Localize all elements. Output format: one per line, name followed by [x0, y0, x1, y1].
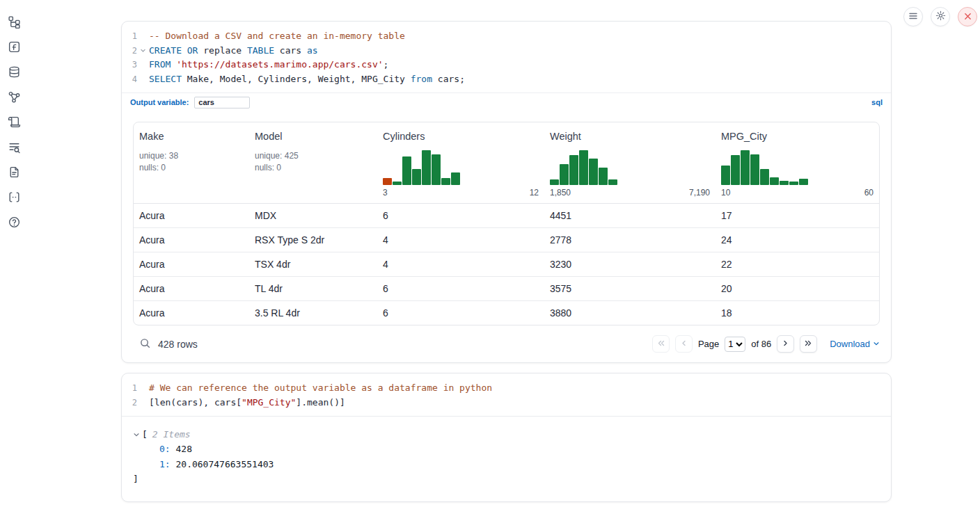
- code-text: SELECT Make, Model, Cylinders, Weight, M…: [149, 72, 891, 87]
- download-button[interactable]: Download: [830, 339, 880, 349]
- column-header-mpg_city[interactable]: MPG_City1060: [716, 122, 879, 203]
- menu-button[interactable]: [903, 7, 923, 26]
- histogram-bar[interactable]: [422, 150, 431, 185]
- histogram-bar[interactable]: [780, 181, 789, 185]
- histogram-bar[interactable]: [441, 178, 450, 185]
- fold-chevron-icon[interactable]: [137, 44, 149, 58]
- table-cell: TSX 4dr: [249, 252, 377, 276]
- histogram-min: 1,850: [550, 188, 571, 198]
- variables-panel-button[interactable]: [8, 191, 21, 204]
- cell-output: [ 2 Items 0: 4281: 20.060747663551403 ]: [122, 416, 891, 501]
- table-cell: Acura: [134, 301, 249, 325]
- line-number: 1: [122, 29, 137, 44]
- output-variable-input[interactable]: [194, 97, 250, 108]
- line-number: 1: [122, 381, 137, 396]
- histogram-bar[interactable]: [599, 168, 608, 185]
- snippets-panel-button[interactable]: [8, 166, 21, 179]
- column-header-weight[interactable]: Weight1,8507,190: [544, 122, 716, 203]
- column-header-make[interactable]: Makeunique: 38nulls: 0: [134, 122, 249, 203]
- fold-spacer: [137, 58, 149, 72]
- close-icon: [964, 12, 972, 22]
- histogram-bar[interactable]: [550, 179, 559, 185]
- line-number: 3: [122, 58, 137, 72]
- table-cell: 4: [377, 228, 544, 252]
- table-row[interactable]: AcuraTSX 4dr4323022: [134, 252, 879, 276]
- variables-icon: [8, 191, 21, 206]
- table-cell: TL 4dr: [249, 277, 377, 300]
- histogram-bar[interactable]: [608, 179, 617, 185]
- next-page-button[interactable]: [777, 335, 794, 353]
- table-header: Makeunique: 38nulls: 0Modelunique: 425nu…: [134, 122, 879, 204]
- tree-entry: 0: 428: [133, 442, 880, 457]
- code-line: 3FROM 'https://datasets.marimo.app/cars.…: [122, 58, 891, 72]
- dependency-graph-icon: [8, 90, 21, 106]
- prev-page-button[interactable]: [675, 335, 693, 353]
- python-code-editor[interactable]: 1# We can reference the output variable …: [122, 373, 891, 416]
- file-explorer-panel-button[interactable]: [8, 16, 21, 29]
- column-header-model[interactable]: Modelunique: 425nulls: 0: [249, 122, 377, 203]
- histogram-bar[interactable]: [383, 178, 392, 185]
- histogram-bar[interactable]: [579, 150, 588, 185]
- settings-button[interactable]: [931, 7, 950, 26]
- datasources-panel-button[interactable]: [8, 66, 21, 79]
- histogram-bar[interactable]: [731, 155, 740, 185]
- tree-entry-value: 428: [171, 444, 192, 454]
- column-histogram: 1,8507,190: [550, 149, 710, 198]
- table-row[interactable]: AcuraTL 4dr6357520: [134, 276, 879, 300]
- sql-code-editor[interactable]: 1-- Download a CSV and create an in-memo…: [122, 22, 891, 92]
- table-row[interactable]: AcuraRSX Type S 2dr4277824: [134, 227, 879, 252]
- column-stat: nulls: 0: [255, 163, 372, 172]
- table-cell: 6: [377, 277, 544, 300]
- data-table: Makeunique: 38nulls: 0Modelunique: 425nu…: [133, 122, 880, 325]
- histogram-bar[interactable]: [721, 166, 730, 185]
- histogram-bar[interactable]: [412, 169, 421, 185]
- chevron-right-icon: [781, 339, 790, 350]
- hamburger-icon: [908, 11, 918, 23]
- histogram-bar[interactable]: [799, 179, 808, 185]
- table-footer: 428 rows Page 1 of 86 Download: [122, 334, 891, 362]
- table-row[interactable]: Acura3.5 RL 4dr6388018: [134, 300, 879, 325]
- code-line: 4SELECT Make, Model, Cylinders, Weight, …: [122, 72, 891, 87]
- scratchpad-panel-button[interactable]: [8, 41, 21, 54]
- help-panel-button[interactable]: [8, 216, 21, 230]
- dependency-graph-panel-button[interactable]: [8, 91, 21, 104]
- histogram-bar[interactable]: [402, 156, 411, 185]
- histogram-bar[interactable]: [451, 172, 460, 185]
- histogram-bar[interactable]: [569, 155, 578, 185]
- table-cell: 3880: [544, 301, 716, 325]
- histogram-bar[interactable]: [432, 154, 441, 185]
- column-name: Weight: [550, 131, 710, 142]
- histogram-bar[interactable]: [393, 182, 402, 185]
- histogram-bars: [721, 149, 874, 185]
- histogram-bar[interactable]: [741, 150, 750, 185]
- table-cell: Acura: [134, 277, 249, 300]
- sql-cell: 1-- Download a CSV and create an in-memo…: [121, 21, 892, 363]
- python-cell: 1# We can reference the output variable …: [121, 373, 892, 502]
- snippets-icon: [8, 166, 21, 181]
- page-select[interactable]: 1: [725, 337, 745, 352]
- histogram-bar[interactable]: [760, 169, 769, 185]
- outline-panel-button[interactable]: [8, 116, 21, 129]
- code-text: -- Download a CSV and create an in-memor…: [149, 29, 891, 44]
- histogram-bar[interactable]: [560, 164, 569, 185]
- table-cell: 17: [716, 204, 879, 227]
- collapse-chevron-icon[interactable]: [133, 431, 140, 438]
- topbar-actions: [903, 7, 977, 26]
- first-page-button[interactable]: [652, 335, 670, 353]
- table-row[interactable]: AcuraMDX6445117: [134, 204, 879, 227]
- histogram-bar[interactable]: [750, 154, 759, 185]
- gear-icon: [935, 10, 946, 23]
- column-header-cylinders[interactable]: Cylinders312: [377, 122, 544, 203]
- output-variable-label: Output variable:: [130, 98, 189, 106]
- tree-entry: 1: 20.060747663551403: [133, 457, 880, 472]
- histogram-bar[interactable]: [589, 159, 598, 185]
- column-name: Model: [255, 131, 372, 142]
- close-button[interactable]: [958, 7, 977, 26]
- logs-panel-button[interactable]: [8, 141, 21, 154]
- items-count: 2 Items: [152, 428, 191, 442]
- last-page-button[interactable]: [800, 335, 817, 353]
- search-button[interactable]: [139, 337, 151, 351]
- histogram-bar[interactable]: [770, 177, 779, 185]
- histogram-bars: [550, 149, 710, 185]
- histogram-bar[interactable]: [789, 182, 798, 185]
